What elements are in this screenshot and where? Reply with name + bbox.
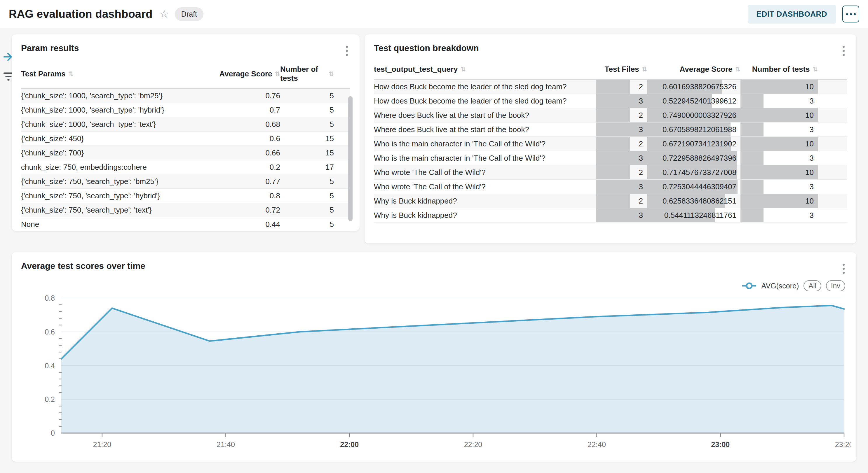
query-cell: Who is the main character in 'The Call o… [374, 154, 596, 163]
sort-icon[interactable]: ⇅ [275, 70, 280, 77]
table-cell: {'chunk_size': 1000, 'search_type': 'tex… [21, 120, 207, 129]
table-cell: 5 [280, 220, 350, 229]
sort-icon[interactable]: ⇅ [642, 66, 647, 73]
table-row[interactable]: How does Buck become the leader of the s… [374, 79, 847, 94]
table-cell: 0.2 [207, 163, 280, 172]
table-row[interactable]: Who wrote 'The Call of the Wild'?20.7174… [374, 165, 847, 180]
table-row[interactable]: chunk_size: 750, embeddings:cohere0.217 [21, 160, 350, 174]
page-title: RAG evaluation dashboard [9, 8, 153, 21]
column-header[interactable]: Average Score⇅ [207, 69, 280, 78]
column-header[interactable]: Number of tests⇅ [280, 65, 350, 83]
sort-icon[interactable]: ⇅ [68, 70, 73, 77]
table-header-row: test_output_test_query⇅Test Files⇅Averag… [374, 63, 847, 79]
panel-title: Param results [12, 34, 360, 53]
table-cell: chunk_size: 750, embeddings:cohere [21, 163, 207, 172]
y-axis-label: 0.6 [45, 328, 55, 336]
table-row[interactable]: {'chunk_size': 700}0.6615 [21, 146, 350, 160]
table-row[interactable]: {'chunk_size': 1000, 'search_type': 'bm2… [21, 89, 350, 103]
chart-legend: AVG(score) All Inv [742, 280, 845, 291]
average-score-cell: 0.6721907341231902 [647, 137, 740, 151]
query-cell: Where does Buck live at the start of the… [374, 111, 596, 120]
table-row[interactable]: {'chunk_size': 750, 'search_type': 'hybr… [21, 189, 350, 203]
column-header[interactable]: Test Files⇅ [596, 65, 647, 74]
table-cell: 5 [280, 191, 350, 200]
panel-kebab-menu[interactable] [343, 42, 351, 59]
table-row[interactable]: {'chunk_size': 450}0.615 [21, 132, 350, 146]
header-overflow-menu-button[interactable] [842, 5, 859, 23]
param-results-table: Test Params⇅Average Score⇅Number of test… [21, 63, 350, 232]
edit-dashboard-button[interactable]: EDIT DASHBOARD [748, 5, 836, 24]
table-row[interactable]: How does Buck become the leader of the s… [374, 94, 847, 108]
table-row[interactable]: {'chunk_size': 750, 'search_type': 'text… [21, 203, 350, 217]
table-cell: 5 [280, 91, 350, 100]
ellipsis-icon [846, 13, 848, 15]
x-axis-label: 21:40 [217, 440, 235, 448]
sort-icon[interactable]: ⇅ [812, 66, 818, 73]
table-cell: {'chunk_size': 1000, 'search_type': 'hyb… [21, 106, 207, 114]
panel-kebab-menu[interactable] [840, 261, 847, 277]
y-axis-label: 0.8 [45, 294, 55, 302]
y-axis-label: 0 [51, 429, 55, 437]
x-axis-label: 22:20 [464, 440, 483, 448]
average-score-cell: 0.6258336480862151 [647, 194, 740, 208]
table-row[interactable]: Where does Buck live at the start of the… [374, 123, 847, 137]
table-body: How does Buck become the leader of the s… [374, 79, 847, 223]
legend-all-button[interactable]: All [804, 280, 821, 291]
number-of-tests-cell: 10 [740, 194, 818, 208]
table-row[interactable]: {'chunk_size': 1000, 'search_type': 'tex… [21, 117, 350, 132]
param-results-panel: Param results Test Params⇅Average Score⇅… [12, 34, 360, 231]
table-cell: 0.7 [207, 106, 280, 114]
legend-inv-button[interactable]: Inv [826, 280, 845, 291]
column-header[interactable]: Test Params⇅ [21, 69, 207, 78]
table-row[interactable]: Who wrote 'The Call of the Wild'?30.7253… [374, 180, 847, 194]
table-cell: {'chunk_size': 450} [21, 134, 207, 143]
breakdown-table: test_output_test_query⇅Test Files⇅Averag… [374, 63, 847, 223]
number-of-tests-cell: 3 [740, 208, 818, 222]
query-cell: How does Buck become the leader of the s… [374, 97, 596, 106]
top-header-bar: RAG evaluation dashboard ☆ Draft EDIT DA… [0, 0, 868, 28]
table-cell: 0.72 [207, 206, 280, 215]
table-row[interactable]: Who is the main character in 'The Call o… [374, 137, 847, 151]
scrollbar-thumb[interactable] [348, 96, 352, 221]
series-label[interactable]: AVG(score) [762, 282, 799, 290]
table-row[interactable]: None0.445 [21, 217, 350, 232]
query-cell: Why is Buck kidnapped? [374, 211, 596, 220]
sort-icon[interactable]: ⇅ [461, 66, 466, 73]
table-row[interactable]: Why is Buck kidnapped?20.625833648086215… [374, 194, 847, 208]
avg-scores-chart-panel: Average test scores over time AVG(score)… [12, 252, 856, 462]
table-cell: {'chunk_size': 750, 'search_type': 'hybr… [21, 191, 207, 200]
query-cell: Who is the main character in 'The Call o… [374, 139, 596, 148]
table-row[interactable]: Where does Buck live at the start of the… [374, 108, 847, 123]
column-header[interactable]: Number of tests⇅ [740, 65, 818, 74]
panel-kebab-menu[interactable] [840, 42, 847, 59]
table-row[interactable]: {'chunk_size': 1000, 'search_type': 'hyb… [21, 103, 350, 117]
column-header[interactable]: Average Score⇅ [647, 65, 740, 74]
average-score-cell: 0.5441113246811761 [647, 208, 740, 222]
series-marker-icon[interactable] [742, 282, 757, 290]
average-score-cell: 0.7229588826497396 [647, 151, 740, 165]
average-score-cell: 0.6016938820675326 [647, 79, 740, 94]
test-files-cell: 2 [596, 194, 647, 208]
area-chart[interactable]: 00.20.40.60.821:2021:4022:0022:2022:4023… [29, 293, 850, 457]
number-of-tests-cell: 3 [740, 151, 818, 165]
sort-icon[interactable]: ⇅ [329, 70, 334, 77]
number-of-tests-cell: 3 [740, 94, 818, 108]
table-cell: 15 [280, 134, 350, 143]
x-axis-label: 23:00 [711, 440, 730, 448]
table-body: {'chunk_size': 1000, 'search_type': 'bm2… [21, 89, 350, 232]
table-row[interactable]: {'chunk_size': 750, 'search_type': 'bm25… [21, 174, 350, 189]
favorite-star-icon[interactable]: ☆ [160, 9, 169, 19]
table-cell: 15 [280, 148, 350, 158]
table-cell: 0.6 [207, 134, 280, 143]
table-cell: 5 [280, 106, 350, 114]
table-cell: 0.44 [207, 220, 280, 229]
table-row[interactable]: Who is the main character in 'The Call o… [374, 151, 847, 165]
number-of-tests-cell: 3 [740, 123, 818, 136]
test-question-breakdown-panel: Test question breakdown test_output_test… [365, 34, 856, 243]
sort-icon[interactable]: ⇅ [735, 66, 740, 73]
test-files-cell: 2 [596, 79, 647, 94]
ellipsis-icon [854, 13, 856, 15]
column-header[interactable]: test_output_test_query⇅ [374, 65, 596, 74]
table-row[interactable]: Why is Buck kidnapped?30.544111324681176… [374, 208, 847, 223]
query-cell: Why is Buck kidnapped? [374, 197, 596, 206]
